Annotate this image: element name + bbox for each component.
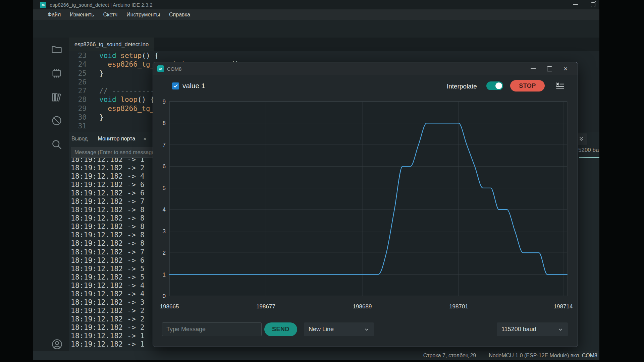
cursor-position: Строка 7, столбец 29: [423, 353, 476, 359]
line-number: 29: [69, 104, 87, 113]
arduino-logo-icon: ∞: [40, 2, 46, 8]
menu-item-4[interactable]: Справка: [169, 12, 190, 18]
svg-text:5: 5: [163, 185, 166, 191]
window-title: esp8266_tg_sound_detect | Arduino IDE 2.…: [50, 2, 153, 8]
board-connection-status: NodeMCU 1.0 (ESP-12E Module) вкл. COM8: [489, 353, 597, 359]
monitor-baud-cut[interactable]: 5200 ba: [578, 147, 599, 160]
editor-tab-bar: esp8266_tg_sound_detect.ino: [69, 38, 599, 51]
plotter-title-bar[interactable]: ∞ COM8 ×: [153, 62, 578, 75]
plotter-close-button[interactable]: ×: [564, 65, 568, 72]
line-ending-value: New Line: [309, 326, 334, 333]
svg-text:7: 7: [163, 142, 166, 148]
svg-text:198677: 198677: [256, 303, 275, 310]
send-button[interactable]: SEND: [264, 322, 297, 336]
line-number: 30: [69, 113, 87, 122]
svg-text:198714: 198714: [554, 303, 573, 310]
legend-label: value 1: [182, 82, 205, 90]
plotter-minimize-button[interactable]: [531, 68, 536, 69]
restore-button[interactable]: [591, 2, 595, 7]
maximize-icon: [547, 66, 552, 71]
line-number: 26: [69, 78, 87, 86]
baud-value: 115200 baud: [501, 326, 536, 333]
svg-text:198701: 198701: [449, 303, 468, 310]
library-manager-icon[interactable]: [51, 91, 63, 103]
search-icon[interactable]: [51, 138, 63, 150]
clear-chart-icon[interactable]: [555, 82, 565, 90]
svg-text:4: 4: [163, 206, 166, 213]
code-text: }: [99, 69, 104, 78]
menu-item-1[interactable]: Изменить: [70, 12, 94, 18]
svg-text:2: 2: [163, 250, 166, 256]
code-text: void loop() {: [99, 95, 154, 104]
svg-text:8: 8: [163, 120, 166, 126]
double-chevron-down-icon: [578, 135, 585, 143]
arduino-logo-icon: ∞: [157, 65, 164, 72]
debug-panel-icon[interactable]: [51, 115, 63, 127]
svg-text:3: 3: [163, 228, 166, 235]
code-text: void setup() {: [99, 51, 159, 60]
boards-manager-icon[interactable]: [51, 67, 63, 79]
svg-text:6: 6: [163, 163, 166, 170]
svg-text:1: 1: [163, 272, 166, 278]
check-icon: [173, 83, 178, 88]
line-number: 24: [69, 60, 87, 69]
line-number: 28: [69, 95, 87, 104]
line-number: 27: [69, 86, 87, 95]
stop-button[interactable]: STOP: [510, 80, 545, 92]
interpolate-label: Interpolate: [447, 83, 477, 90]
plotter-window-title: COM8: [167, 66, 181, 72]
plotter-message-input[interactable]: [162, 322, 262, 336]
code-line: 23void setup() {: [69, 51, 599, 60]
interpolate-toggle[interactable]: [486, 81, 503, 90]
account-icon[interactable]: [51, 338, 63, 351]
menu-item-2[interactable]: Скетч: [103, 12, 118, 18]
menu-bar: ФайлИзменитьСкетчИнструментыСправка: [33, 9, 599, 20]
toolbar: NodeMCU 1.0 (ESP-12... ▾: [33, 20, 599, 38]
menu-item-3[interactable]: Инструменты: [126, 12, 160, 18]
line-number: 25: [69, 69, 87, 78]
svg-text:9: 9: [163, 99, 166, 105]
menu-item-0[interactable]: Файл: [48, 12, 61, 18]
tab-output[interactable]: Вывод: [71, 136, 88, 142]
code-text: }: [99, 113, 104, 122]
line-number: 23: [69, 51, 87, 60]
minimize-button[interactable]: [573, 4, 578, 5]
close-icon[interactable]: ×: [143, 136, 147, 142]
plotter-maximize-button[interactable]: [547, 66, 552, 71]
status-bar: Строка 7, столбец 29 NodeMCU 1.0 (ESP-12…: [33, 351, 599, 360]
svg-text:0: 0: [163, 293, 166, 299]
minimize-icon: [573, 4, 578, 5]
serial-plotter-window: ∞ COM8 × value 1 Interpolate STOP 012345…: [153, 62, 578, 347]
activity-bar: [33, 38, 69, 351]
sketchbook-folder-icon[interactable]: [51, 43, 63, 55]
tab-filename: esp8266_tg_sound_detect.ino: [74, 41, 149, 48]
restore-icon: [591, 2, 595, 7]
plotter-chart: 0123456789198665198677198689198701198714: [153, 93, 578, 320]
line-number: 31: [69, 122, 87, 130]
toggle-knob: [495, 82, 502, 89]
svg-text:198665: 198665: [160, 303, 179, 310]
legend-checkbox-value1[interactable]: [172, 82, 179, 89]
line-ending-select[interactable]: New Line: [304, 322, 374, 336]
chevron-down-icon: [364, 327, 369, 332]
title-bar: ∞ esp8266_tg_sound_detect | Arduino IDE …: [33, 0, 599, 9]
tab-serial-monitor[interactable]: Монитор порта: [98, 136, 135, 142]
baud-select[interactable]: 115200 baud: [497, 322, 568, 336]
chevron-down-icon: [558, 327, 563, 332]
svg-text:198689: 198689: [353, 303, 372, 310]
tab-sketch-file[interactable]: esp8266_tg_sound_detect.ino: [69, 38, 154, 51]
baud-underline: [579, 157, 599, 158]
minimize-icon: [531, 68, 536, 69]
